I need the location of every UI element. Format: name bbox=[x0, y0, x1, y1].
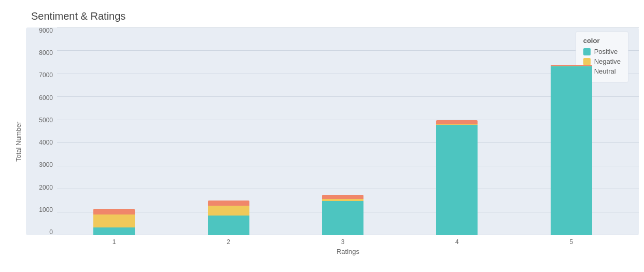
y-tick: 4000 bbox=[39, 139, 53, 146]
y-tick: 6000 bbox=[39, 95, 53, 101]
x-axis: 12345 bbox=[26, 238, 639, 246]
x-tick: 2 bbox=[171, 238, 285, 246]
y-tick: 3000 bbox=[39, 162, 53, 168]
bar-group bbox=[400, 33, 514, 235]
x-tick: 3 bbox=[286, 238, 400, 246]
stacked-bar bbox=[551, 65, 592, 235]
x-tick: 5 bbox=[514, 238, 628, 246]
y-tick: 2000 bbox=[39, 184, 53, 191]
y-tick: 0 bbox=[49, 229, 53, 235]
y-axis-ticks: 9000800070006000500040003000200010000 bbox=[26, 27, 57, 235]
bar-group bbox=[57, 33, 171, 235]
bar-segment-negative bbox=[93, 214, 135, 228]
chart-title: Sentiment & Ratings bbox=[31, 10, 639, 22]
y-axis-label: Total Number bbox=[10, 27, 26, 255]
y-tick: 1000 bbox=[39, 207, 53, 213]
bar-segment-neutral bbox=[208, 201, 249, 206]
y-tick: 9000 bbox=[39, 27, 53, 34]
stacked-bar bbox=[436, 120, 478, 235]
y-tick: 8000 bbox=[39, 50, 53, 56]
x-tick: 4 bbox=[400, 238, 514, 246]
chart-inner: 9000800070006000500040003000200010000 12… bbox=[26, 27, 639, 255]
chart-container: Sentiment & Ratings Total Number 9000800… bbox=[0, 0, 644, 272]
bar-segment-positive bbox=[551, 66, 592, 235]
bar-segment-positive bbox=[436, 125, 478, 235]
stacked-bar bbox=[322, 195, 363, 235]
chart-area: Total Number 900080007000600050004000300… bbox=[10, 27, 639, 255]
bars-wrapper bbox=[57, 33, 628, 235]
bar-segment-neutral bbox=[436, 120, 478, 124]
x-tick: 1 bbox=[57, 238, 171, 246]
x-axis-label: Ratings bbox=[26, 248, 639, 255]
bar-segment-positive bbox=[93, 227, 135, 235]
stacked-bar bbox=[208, 201, 249, 235]
bar-segment-positive bbox=[208, 216, 249, 236]
plot-area: 9000800070006000500040003000200010000 bbox=[26, 27, 639, 235]
grid-line bbox=[57, 27, 639, 28]
stacked-bar bbox=[93, 209, 135, 235]
y-tick: 5000 bbox=[39, 117, 53, 123]
bar-segment-neutral bbox=[322, 195, 363, 199]
y-tick: 7000 bbox=[39, 72, 53, 78]
bar-group bbox=[514, 33, 628, 235]
bar-segment-neutral bbox=[93, 209, 135, 214]
bar-group bbox=[286, 33, 400, 235]
bar-segment-positive bbox=[322, 201, 363, 235]
bar-segment-negative bbox=[208, 206, 249, 215]
bar-group bbox=[171, 33, 285, 235]
